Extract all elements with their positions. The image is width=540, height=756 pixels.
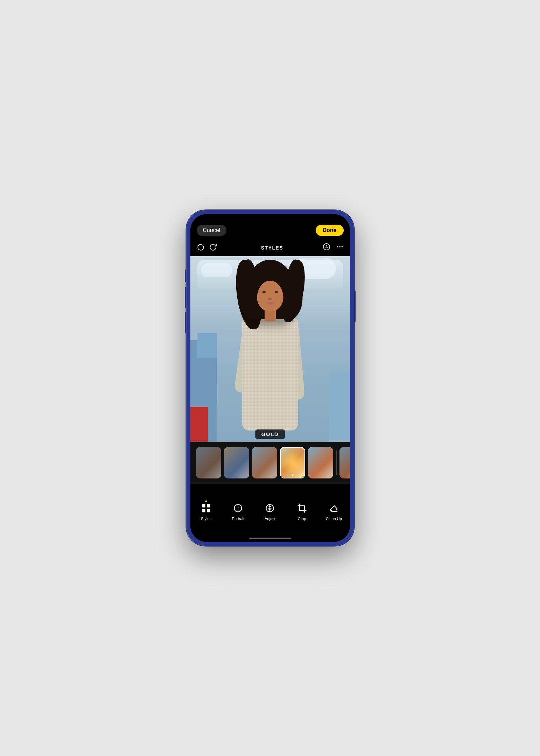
toolbar-title: STYLES <box>222 245 323 251</box>
svg-rect-7 <box>202 509 205 512</box>
red-accent <box>190 407 208 442</box>
photo-area: GOLD <box>190 256 350 442</box>
portrait-icon: f <box>233 503 243 514</box>
filter-thumb-2[interactable] <box>224 447 249 478</box>
filter-thumb-1[interactable] <box>196 447 221 478</box>
power-button[interactable] <box>354 290 356 322</box>
phone-screen: Cancel Done <box>190 214 350 542</box>
svg-rect-8 <box>207 509 210 512</box>
svg-rect-16 <box>300 506 304 511</box>
filter-strip <box>190 442 350 484</box>
tool-adjust[interactable]: Adjust <box>258 503 282 521</box>
svg-point-2 <box>339 246 340 247</box>
tool-crop[interactable]: Crop <box>290 503 314 521</box>
crop-label: Crop <box>298 517 306 521</box>
styles-label: Styles <box>201 517 211 521</box>
person-face <box>257 281 283 312</box>
adjust-icon <box>265 503 275 514</box>
filter-thumb-5[interactable] <box>308 447 333 478</box>
tool-portrait[interactable]: f Portrait <box>226 503 250 521</box>
phone-body: Cancel Done <box>186 210 354 546</box>
styles-active-indicator <box>205 500 207 502</box>
toolbar-right-icons: A <box>323 243 344 253</box>
filter-separator <box>336 450 337 475</box>
adjust-label: Adjust <box>265 517 275 521</box>
volume-down-button[interactable] <box>185 312 186 333</box>
toolbar-row: STYLES A <box>190 239 350 256</box>
styles-icon <box>201 503 211 514</box>
filter-thumb-4-gold[interactable] <box>280 447 305 478</box>
active-filter-dot <box>292 474 293 476</box>
tool-styles[interactable]: Styles <box>194 503 218 521</box>
svg-text:A: A <box>325 245 328 249</box>
filter-name-label: GOLD <box>255 429 285 439</box>
person-body <box>242 318 298 430</box>
cancel-button[interactable]: Cancel <box>197 225 227 236</box>
dynamic-island <box>249 219 291 231</box>
cleanup-icon <box>329 503 339 514</box>
filter-thumb-3[interactable] <box>252 447 277 478</box>
svg-rect-5 <box>202 504 205 507</box>
done-button[interactable]: Done <box>316 225 344 236</box>
bottom-toolbar: Styles f Portrait <box>190 497 350 532</box>
phone-mockup: Cancel Done <box>186 210 354 546</box>
mute-button[interactable] <box>185 270 186 282</box>
tool-cleanup[interactable]: Clean Up <box>322 503 346 521</box>
svg-point-3 <box>342 246 342 247</box>
undo-button[interactable] <box>197 243 204 253</box>
volume-up-button[interactable] <box>185 287 186 308</box>
filter-thumb-6[interactable] <box>339 447 350 478</box>
home-indicator <box>249 538 291 539</box>
auto-enhance-button[interactable]: A <box>323 243 330 253</box>
svg-text:f: f <box>238 506 239 511</box>
redo-button[interactable] <box>209 243 217 253</box>
crop-icon <box>297 503 307 514</box>
cleanup-label: Clean Up <box>326 517 342 521</box>
svg-point-4 <box>337 246 338 247</box>
svg-rect-6 <box>207 504 210 507</box>
more-options-button[interactable] <box>336 243 344 253</box>
portrait-label: Portrait <box>232 517 244 521</box>
